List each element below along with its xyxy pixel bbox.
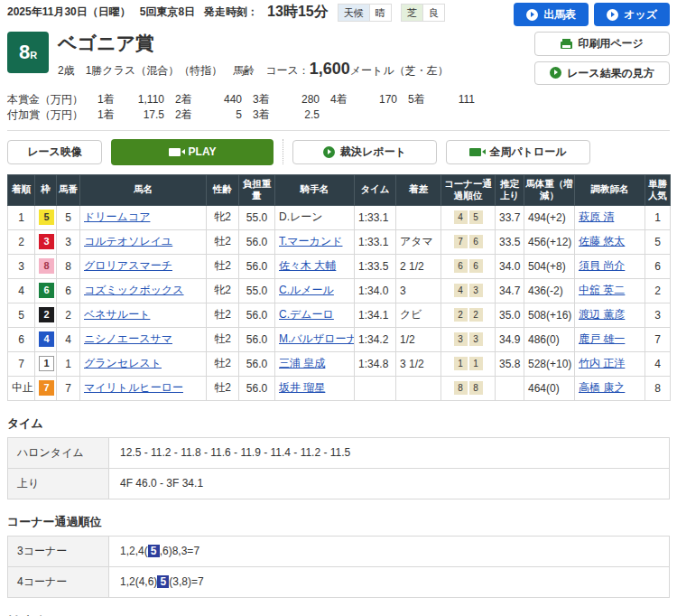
horse-name-link[interactable]: ニシノエースサマ: [84, 332, 172, 345]
last3f-cell: 34.0: [496, 254, 524, 278]
horse-name-link[interactable]: グロリアスマーチ: [84, 259, 172, 272]
main-prize-row: 本賞金（万円） 1着1,110 2着440 3着280 4着170 5着111: [7, 92, 670, 107]
sex-age: 牡2: [207, 376, 239, 400]
winner-highlight: 5: [148, 545, 160, 557]
time-cell: 1:34.2: [355, 327, 396, 351]
horse-name-link[interactable]: コズミックボックス: [84, 284, 184, 296]
carried-weight: 56.0: [239, 327, 275, 351]
result-row: 6 4 4 ニシノエースサマ 牡2 56.0 M.バルザローナ 1:34.2 1…: [8, 327, 671, 351]
stewards-report-button[interactable]: 裁決レポート: [292, 140, 437, 163]
jockey-name-link[interactable]: C.デムーロ: [279, 308, 334, 321]
corner-pos: 6: [469, 235, 483, 248]
trainer-cell: 須貝 尚介: [575, 254, 645, 278]
print-button-label: 印刷用ページ: [578, 37, 644, 50]
furlong-value: 12.5 - 11.2 - 11.8 - 11.6 - 11.9 - 11.4 …: [109, 437, 670, 468]
horse-name-link[interactable]: コルテオソレイユ: [84, 235, 172, 247]
result-row: 4 6 6 コズミックボックス 牝2 55.0 C.ルメール 1:34.0 3 …: [8, 278, 671, 303]
race-video-button[interactable]: レース映像: [7, 140, 102, 163]
prize-place: 4着: [330, 92, 356, 107]
favorite-cell: 2: [645, 278, 671, 303]
patrol-video-button[interactable]: 全周パトロール: [446, 140, 590, 163]
winner-highlight: 5: [157, 575, 169, 588]
sex-age: 牝2: [207, 205, 239, 229]
prize-amount: 17.5: [123, 107, 164, 123]
horse-number: 4: [57, 327, 80, 351]
entries-button-label: 出馬表: [543, 8, 576, 21]
corner-pos: 2: [454, 308, 468, 322]
race-class: 2歳 1勝クラス（混合）（特指） 馬齢: [58, 64, 255, 77]
odds-button-label: オッズ: [624, 8, 657, 21]
horse-number: 3: [57, 229, 80, 254]
race-conditions: 2歳 1勝クラス（混合）（特指） 馬齢 コース：1,600メートル（芝・左）: [58, 60, 449, 79]
corner-pos: 2: [469, 308, 483, 322]
body-weight-cell: 456(+12): [524, 229, 575, 254]
prize-place: 3着: [253, 107, 278, 123]
sex-age: 牡2: [207, 351, 239, 376]
col-header-corner-order: コーナー通過順位: [441, 174, 496, 205]
horse-name-link[interactable]: グランセレスト: [84, 357, 162, 369]
horse-name-link[interactable]: ベネサルート: [84, 308, 150, 321]
play-button[interactable]: PLAY: [111, 139, 274, 164]
trainer-name-link[interactable]: 高橋 康之: [579, 381, 625, 394]
race-header-buttons: 印刷用ページ レース結果の見方: [534, 32, 670, 85]
jockey-name-link[interactable]: 坂井 瑠星: [279, 381, 325, 394]
horse-cell: コルテオソレイユ: [80, 229, 207, 254]
trainer-cell: 萩原 清: [575, 205, 645, 229]
jockey-name-link[interactable]: M.バルザローナ: [279, 332, 355, 345]
corner-order-cell: 33: [441, 327, 496, 351]
body-weight-cell: 528(+10): [524, 351, 575, 376]
jockey-name-link[interactable]: 佐々木 大輔: [279, 259, 336, 272]
corner-section-title: コーナー通過順位: [7, 514, 670, 530]
horse-cell: グランセレスト: [80, 351, 207, 376]
arrow-circle-icon: [550, 67, 561, 79]
jockey-name-link[interactable]: 三浦 皇成: [279, 357, 325, 369]
margin-cell: 2 1/2: [396, 254, 441, 278]
margin-cell: アタマ: [396, 229, 441, 254]
horse-cell: マイリトルヒーロー: [80, 376, 207, 400]
margin-cell: 1/2: [396, 327, 441, 351]
trainer-name-link[interactable]: 須貝 尚介: [579, 259, 625, 272]
carried-weight: 55.0: [239, 205, 275, 229]
horse-number: 1: [57, 351, 80, 376]
body-weight-cell: 486(0): [524, 327, 575, 351]
jockey-name-link[interactable]: C.ルメール: [279, 284, 334, 296]
frame-cell: 7: [35, 376, 57, 400]
jockey-name-link[interactable]: T.マーカンド: [279, 235, 342, 247]
result-guide-button[interactable]: レース結果の見方: [534, 61, 670, 85]
meeting-info: 5回東京8日: [140, 5, 195, 20]
horse-name-link[interactable]: ドリームコア: [84, 210, 150, 223]
odds-button[interactable]: オッズ: [594, 3, 670, 26]
furlong-time-row: ハロンタイム 12.5 - 11.2 - 11.8 - 11.6 - 11.9 …: [8, 437, 670, 468]
sex-age: 牡2: [207, 254, 239, 278]
carried-weight: 56.0: [239, 254, 275, 278]
printer-icon: [561, 42, 572, 49]
frame-cell: 6: [35, 278, 57, 303]
corner-pos: 3: [469, 332, 483, 346]
trainer-name-link[interactable]: 鹿戸 雄一: [579, 332, 625, 345]
finish-position: 中止: [8, 376, 35, 400]
prize-place: 3着: [253, 92, 278, 107]
trainer-name-link[interactable]: 竹内 正洋: [579, 357, 625, 369]
trainer-name-link[interactable]: 渡辺 薫彦: [579, 308, 625, 321]
frame-badge: 5: [39, 210, 54, 225]
course-unit: メートル（芝・左）: [350, 64, 449, 77]
furlong-label: ハロンタイム: [8, 437, 109, 468]
trainer-name-link[interactable]: 中舘 英二: [579, 284, 625, 296]
entries-button[interactable]: 出馬表: [514, 3, 589, 26]
trainer-name-link[interactable]: 佐藤 悠太: [579, 235, 625, 247]
main-prize-label: 本賞金（万円）: [7, 92, 87, 107]
last3f-cell: 33.5: [496, 229, 524, 254]
frame-cell: 5: [35, 205, 57, 229]
body-weight-cell: 464(0): [524, 376, 575, 400]
time-section-title: タイム: [7, 415, 670, 432]
col-header-margin: 着差: [396, 174, 441, 205]
col-header-trainer: 調教師名: [575, 174, 645, 205]
result-row: 7 1 1 グランセレスト 牡2 56.0 三浦 皇成 1:34.8 3 1/2…: [8, 351, 671, 376]
print-page-button[interactable]: 印刷用ページ: [534, 32, 670, 55]
sex-age: 牝2: [207, 278, 239, 303]
trainer-name-link[interactable]: 萩原 清: [579, 210, 614, 223]
jockey-cell: M.バルザローナ: [275, 327, 355, 351]
margin-cell: クビ: [396, 303, 441, 327]
arrow-circle-icon: [323, 146, 335, 158]
horse-name-link[interactable]: マイリトルヒーロー: [84, 381, 183, 394]
